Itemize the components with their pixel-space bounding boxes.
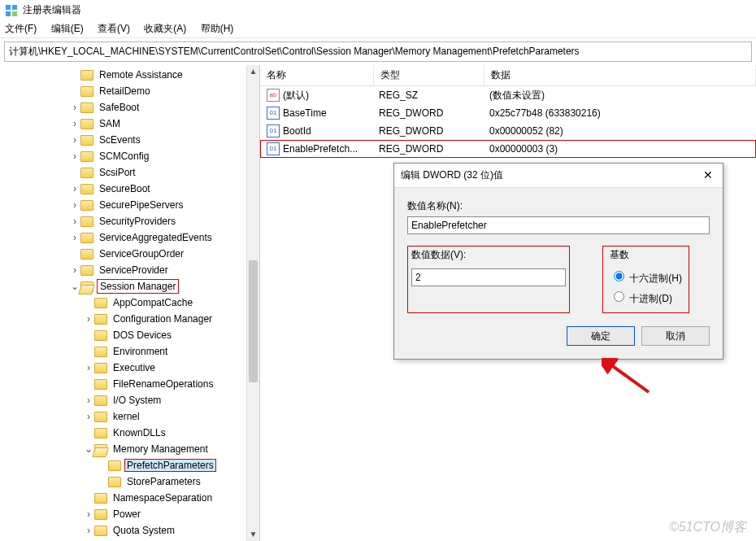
tree-label: StoreParameters xyxy=(124,475,203,488)
menu-favorites[interactable]: 收藏夹(A) xyxy=(144,23,186,34)
scroll-down-icon[interactable]: ▼ xyxy=(247,528,259,541)
tree-node[interactable]: AppCompatCache xyxy=(0,294,259,311)
radio-dec[interactable]: 十进制(D) xyxy=(610,289,682,306)
close-icon[interactable]: ✕ xyxy=(700,168,716,182)
tree-node[interactable]: Remote Assistance xyxy=(0,67,259,83)
expand-icon[interactable]: › xyxy=(83,395,94,406)
tree-label: ScsiPort xyxy=(97,166,138,179)
expand-icon[interactable]: › xyxy=(69,118,80,129)
tree-node[interactable]: ›SafeBoot xyxy=(0,99,259,116)
folder-icon xyxy=(108,460,121,471)
tree-node[interactable]: PrefetchParameters xyxy=(0,457,259,473)
expand-icon[interactable] xyxy=(83,297,94,308)
expand-icon[interactable] xyxy=(69,69,80,81)
expand-icon[interactable] xyxy=(83,329,94,341)
expand-icon[interactable] xyxy=(69,167,80,178)
cancel-button[interactable]: 取消 xyxy=(641,326,710,346)
tree-label: Quota System xyxy=(111,524,177,537)
expand-icon[interactable]: › xyxy=(83,508,94,520)
tree-label: SecurePipeServers xyxy=(97,199,185,212)
expand-icon[interactable] xyxy=(83,427,94,438)
tree-node[interactable]: ServiceGroupOrder xyxy=(0,246,259,262)
tree-node[interactable]: ›Quota System xyxy=(0,522,259,539)
value-row[interactable]: 01EnablePrefetch...REG_DWORD0x00000003 (… xyxy=(260,140,756,158)
folder-icon xyxy=(94,526,107,536)
scroll-up-icon[interactable]: ▲ xyxy=(247,65,259,78)
tree-node[interactable]: ⌄Memory Management xyxy=(0,441,259,457)
value-row[interactable]: 01BootIdREG_DWORD0x00000052 (82) xyxy=(260,122,756,140)
expand-icon[interactable]: › xyxy=(69,183,80,194)
col-name[interactable]: 名称 xyxy=(260,65,374,85)
col-type[interactable]: 类型 xyxy=(374,65,484,85)
expand-icon[interactable]: › xyxy=(83,411,94,422)
expand-icon[interactable]: › xyxy=(83,313,94,325)
tree-label: Power xyxy=(111,508,143,521)
edit-dword-dialog: 编辑 DWORD (32 位)值 ✕ 数值名称(N): 数值数据(V): 基数 … xyxy=(393,163,723,360)
expand-icon[interactable] xyxy=(69,248,80,260)
expand-icon[interactable] xyxy=(83,346,94,357)
expand-icon[interactable] xyxy=(69,85,80,97)
tree-node[interactable]: StoreParameters xyxy=(0,473,259,490)
expand-icon[interactable]: › xyxy=(69,151,80,162)
tree-node[interactable]: ›ServiceProvider xyxy=(0,262,259,278)
expand-icon[interactable] xyxy=(83,492,94,504)
tree-node[interactable]: ›SecurePipeServers xyxy=(0,197,259,213)
scroll-thumb[interactable] xyxy=(249,260,258,382)
tree-node[interactable]: FileRenameOperations xyxy=(0,376,259,392)
tree-label: RetailDemo xyxy=(97,85,153,98)
tree-label: FileRenameOperations xyxy=(111,377,215,390)
tree-node[interactable]: Environment xyxy=(0,343,259,360)
expand-icon[interactable]: › xyxy=(69,264,80,276)
ok-button[interactable]: 确定 xyxy=(567,326,635,346)
menu-file[interactable]: 文件(F) xyxy=(5,23,37,34)
tree-node[interactable]: ›kernel xyxy=(0,408,259,425)
expand-icon[interactable]: › xyxy=(69,134,80,146)
tree-node[interactable]: DOS Devices xyxy=(0,327,259,343)
tree-node[interactable]: ⌄Session Manager xyxy=(0,278,259,294)
tree-node[interactable]: ›ServiceAggregatedEvents xyxy=(0,229,259,246)
value-data-field[interactable] xyxy=(411,268,566,286)
expand-icon[interactable]: › xyxy=(69,199,80,211)
tree-node[interactable]: RetailDemo xyxy=(0,83,259,99)
tree-label: SecureBoot xyxy=(97,182,153,195)
col-data[interactable]: 数据 xyxy=(484,65,756,85)
tree-node[interactable]: ›Configuration Manager xyxy=(0,311,259,327)
value-row[interactable]: ab(默认)REG_SZ(数值未设置) xyxy=(260,86,756,104)
tree-label: Executive xyxy=(111,361,158,374)
folder-icon xyxy=(94,444,107,455)
tree-node[interactable]: KnownDLLs xyxy=(0,425,259,441)
tree-label: AppCompatCache xyxy=(111,296,195,309)
tree-scrollbar[interactable]: ▲ ▼ xyxy=(246,65,259,541)
expand-icon[interactable]: › xyxy=(83,362,94,373)
expand-icon[interactable]: › xyxy=(83,525,94,536)
menu-edit[interactable]: 编辑(E) xyxy=(51,23,84,34)
tree-node[interactable]: ScsiPort xyxy=(0,164,259,181)
expand-icon[interactable] xyxy=(97,460,108,471)
tree-node[interactable]: ›I/O System xyxy=(0,392,259,408)
tree-node[interactable]: ›Power xyxy=(0,506,259,522)
tree-node[interactable]: ›ScEvents xyxy=(0,132,259,148)
expand-icon[interactable]: › xyxy=(69,102,80,113)
address-bar[interactable]: 计算机\HKEY_LOCAL_MACHINE\SYSTEM\CurrentCon… xyxy=(4,41,752,62)
tree-node[interactable]: NamespaceSeparation xyxy=(0,490,259,506)
tree-label: SAM xyxy=(97,117,123,130)
tree-label: I/O System xyxy=(111,394,163,407)
expand-icon[interactable]: › xyxy=(69,216,80,227)
tree-node[interactable]: ›Executive xyxy=(0,360,259,376)
value-row[interactable]: 01BaseTimeREG_DWORD0x25c77b48 (633830216… xyxy=(260,104,756,122)
tree-node[interactable]: ›SecureBoot xyxy=(0,181,259,197)
menu-help[interactable]: 帮助(H) xyxy=(201,23,234,34)
tree-node[interactable]: ›SecurityProviders xyxy=(0,213,259,229)
expand-icon[interactable] xyxy=(97,476,108,487)
menu-view[interactable]: 查看(V) xyxy=(98,23,130,34)
expand-icon[interactable]: › xyxy=(69,232,80,243)
value-name-field[interactable] xyxy=(407,216,710,234)
tree-label: DOS Devices xyxy=(111,329,174,342)
folder-icon xyxy=(94,493,107,504)
folder-icon xyxy=(80,86,93,97)
tree-node[interactable]: ›SAM xyxy=(0,116,259,132)
tree-node[interactable]: ›SCMConfig xyxy=(0,148,259,164)
radio-hex[interactable]: 十六进制(H) xyxy=(610,268,682,286)
folder-icon xyxy=(80,265,93,276)
expand-icon[interactable] xyxy=(83,378,94,390)
